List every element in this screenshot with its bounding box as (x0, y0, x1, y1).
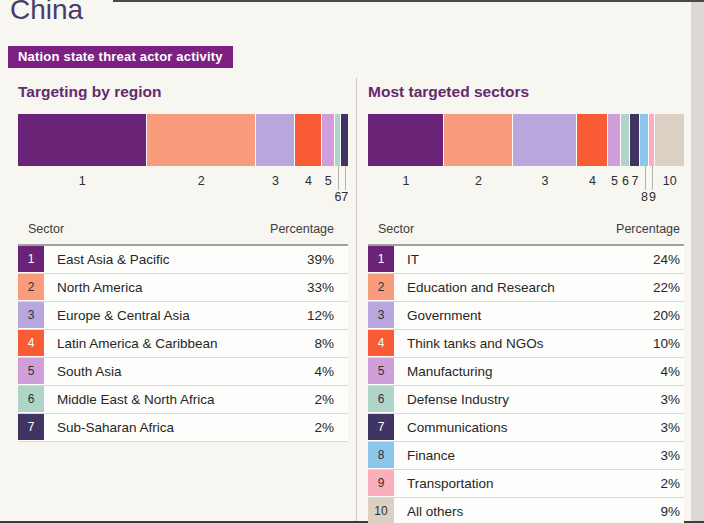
bar-label-1: 1 (402, 174, 409, 188)
sector-percentage: 22% (653, 274, 684, 301)
section-badge: Nation state threat actor activity (8, 46, 233, 68)
sector-percentage: 3% (660, 442, 684, 469)
table-row: 3Europe & Central Asia12% (18, 302, 348, 330)
sector-percentage: 33% (307, 274, 348, 301)
sector-name: Europe & Central Asia (44, 302, 307, 329)
sector-name: Think tanks and NGOs (394, 330, 653, 357)
table-row: 1East Asia & Pacific39% (18, 246, 348, 274)
header-rule (113, 0, 704, 2)
sector-percentage: 3% (660, 386, 684, 413)
table-row: 8Finance3% (368, 442, 684, 470)
rank-badge: 6 (368, 386, 394, 412)
sector-percentage: 10% (653, 330, 684, 357)
table-row: 7Sub-Saharan Africa2% (18, 414, 348, 442)
sector-name: Finance (394, 442, 660, 469)
stacked-bar (368, 114, 684, 166)
bar-label-1: 1 (79, 174, 86, 188)
table-row: 5South Asia4% (18, 358, 348, 386)
chart-title: Targeting by region (18, 76, 348, 101)
percentage-column-header: Percentage (270, 222, 334, 236)
bar-label-6: 6 (622, 174, 629, 188)
sector-percentage: 2% (314, 414, 348, 441)
table-header: SectorPercentage (368, 222, 684, 246)
bar-label-3: 3 (272, 174, 279, 188)
table-row: 4Latin America & Caribbean8% (18, 330, 348, 358)
bar-segment-5 (322, 114, 335, 166)
table-row: 9Transportation2% (368, 470, 684, 498)
sector-percentage: 3% (660, 414, 684, 441)
sector-percentage: 20% (653, 302, 684, 329)
table-row: 3Government20% (368, 302, 684, 330)
table-row: 2North America33% (18, 274, 348, 302)
sector-name: Education and Research (394, 274, 653, 301)
sector-name: All others (394, 498, 660, 523)
bar-segment-10 (655, 114, 683, 166)
chart-title: Most targeted sectors (368, 76, 684, 101)
rank-badge: 6 (18, 386, 44, 412)
rank-badge: 8 (368, 442, 394, 468)
bar-segment-1 (368, 114, 444, 166)
sector-column-header: Sector (378, 222, 414, 236)
legend-table: SectorPercentage1IT24%2Education and Res… (368, 222, 684, 523)
sector-name: Sub-Saharan Africa (44, 414, 314, 441)
bar-segment-4 (577, 114, 609, 166)
bar-label-7: 7 (341, 190, 348, 204)
sector-percentage: 24% (653, 246, 684, 273)
targeting-by-region-panel: Targeting by region SectorPercentage1Eas… (18, 76, 348, 101)
bar-label-8: 8 (641, 190, 648, 204)
sector-percentage: 12% (307, 302, 348, 329)
bar-segment-7 (630, 114, 639, 166)
sector-name: South Asia (44, 358, 314, 385)
sector-name: Government (394, 302, 653, 329)
leader-line (645, 166, 646, 190)
bar-segment-2 (147, 114, 256, 166)
sector-name: Communications (394, 414, 660, 441)
bar-label-7: 7 (632, 174, 639, 188)
leader-line (338, 166, 339, 190)
bar-segment-8 (640, 114, 649, 166)
legend-table: SectorPercentage1East Asia & Pacific39%2… (18, 222, 348, 442)
bar-segment-1 (18, 114, 147, 166)
bar-label-3: 3 (541, 174, 548, 188)
leader-line (652, 166, 653, 190)
bar-segment-5 (608, 114, 621, 166)
percentage-column-header: Percentage (616, 222, 680, 236)
bar-label-10: 10 (663, 174, 677, 188)
sector-percentage: 4% (660, 358, 684, 385)
sector-name: Middle East & North Africa (44, 386, 314, 413)
rank-badge: 1 (368, 246, 394, 272)
sector-name: Transportation (394, 470, 660, 497)
table-row: 10All others9% (368, 498, 684, 523)
table-row: 5Manufacturing4% (368, 358, 684, 386)
sector-name: East Asia & Pacific (44, 246, 307, 273)
rank-badge: 2 (368, 274, 394, 300)
sector-percentage: 2% (314, 386, 348, 413)
table-row: 4Think tanks and NGOs10% (368, 330, 684, 358)
rank-badge: 9 (368, 470, 394, 496)
bar-segment-6 (335, 114, 342, 166)
bar-label-2: 2 (198, 174, 205, 188)
bar-segment-2 (444, 114, 514, 166)
rank-badge: 4 (18, 330, 44, 356)
column-divider (356, 78, 357, 521)
bar-segment-7 (341, 114, 348, 166)
table-row: 6Middle East & North Africa2% (18, 386, 348, 414)
sector-percentage: 39% (307, 246, 348, 273)
sector-name: Defense Industry (394, 386, 660, 413)
report-page: China Nation state threat actor activity… (0, 0, 704, 523)
bar-label-4: 4 (305, 174, 312, 188)
rank-badge: 3 (368, 302, 394, 328)
most-targeted-sectors-panel: Most targeted sectors SectorPercentage1I… (368, 76, 684, 101)
rank-badge: 7 (368, 414, 394, 440)
table-row: 6Defense Industry3% (368, 386, 684, 414)
rank-badge: 1 (18, 246, 44, 272)
rank-badge: 7 (18, 414, 44, 440)
sector-name: North America (44, 274, 307, 301)
bar-segment-4 (295, 114, 321, 166)
table-header: SectorPercentage (18, 222, 348, 246)
bar-segment-3 (513, 114, 576, 166)
rank-badge: 5 (18, 358, 44, 384)
rank-badge: 2 (18, 274, 44, 300)
page-right-edge (691, 2, 704, 523)
sector-name: Manufacturing (394, 358, 660, 385)
